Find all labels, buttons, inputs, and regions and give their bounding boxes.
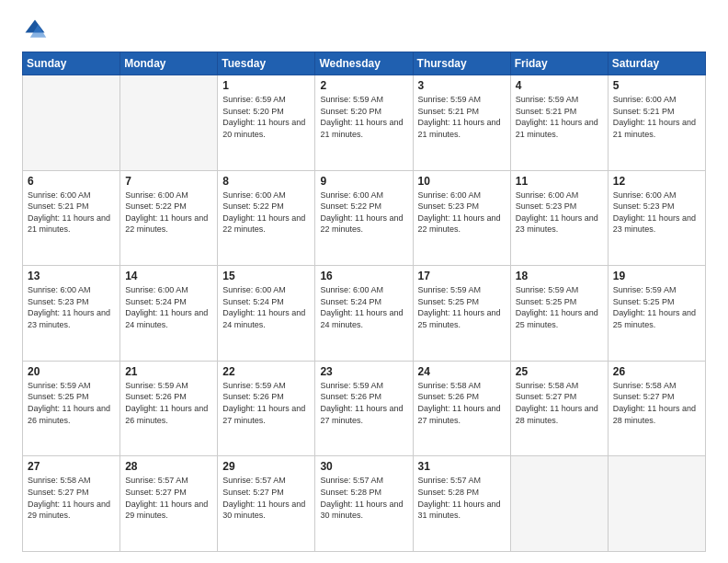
day-info: Sunrise: 5:59 AMSunset: 5:26 PMDaylight:…: [222, 380, 310, 426]
logo: [22, 17, 51, 42]
day-info: Sunrise: 5:57 AMSunset: 5:28 PMDaylight:…: [320, 475, 407, 521]
calendar-cell: 19Sunrise: 5:59 AMSunset: 5:25 PMDayligh…: [608, 266, 705, 362]
calendar-cell: 18Sunrise: 5:59 AMSunset: 5:25 PMDayligh…: [510, 266, 608, 362]
day-number: 4: [516, 79, 603, 92]
calendar-cell: 21Sunrise: 5:59 AMSunset: 5:26 PMDayligh…: [120, 361, 218, 456]
day-number: 5: [613, 79, 700, 92]
weekday-header-row: SundayMondayTuesdayWednesdayThursdayFrid…: [23, 52, 706, 75]
day-number: 10: [418, 175, 506, 188]
day-info: Sunrise: 5:59 AMSunset: 5:21 PMDaylight:…: [418, 94, 506, 140]
week-row-4: 20Sunrise: 5:59 AMSunset: 5:25 PMDayligh…: [23, 361, 706, 456]
day-number: 1: [222, 79, 310, 92]
weekday-header-wednesday: Wednesday: [315, 52, 413, 75]
calendar-cell: 10Sunrise: 6:00 AMSunset: 5:23 PMDayligh…: [413, 170, 510, 266]
weekday-header-monday: Monday: [120, 52, 218, 75]
week-row-2: 6Sunrise: 6:00 AMSunset: 5:21 PMDaylight…: [23, 170, 706, 266]
calendar-cell: 1Sunrise: 6:59 AMSunset: 5:20 PMDaylight…: [218, 75, 315, 171]
day-info: Sunrise: 5:59 AMSunset: 5:26 PMDaylight:…: [320, 380, 407, 426]
weekday-header-tuesday: Tuesday: [218, 52, 315, 75]
day-info: Sunrise: 6:00 AMSunset: 5:23 PMDaylight:…: [418, 190, 506, 236]
day-info: Sunrise: 6:00 AMSunset: 5:21 PMDaylight:…: [613, 94, 700, 140]
calendar-cell: 3Sunrise: 5:59 AMSunset: 5:21 PMDaylight…: [413, 75, 510, 171]
day-number: 26: [613, 365, 700, 378]
day-info: Sunrise: 5:58 AMSunset: 5:26 PMDaylight:…: [418, 380, 506, 426]
calendar-cell: 15Sunrise: 6:00 AMSunset: 5:24 PMDayligh…: [218, 266, 315, 362]
day-info: Sunrise: 5:57 AMSunset: 5:27 PMDaylight:…: [222, 475, 310, 521]
calendar-cell: 20Sunrise: 5:59 AMSunset: 5:25 PMDayligh…: [23, 361, 120, 456]
day-number: 3: [418, 79, 506, 92]
day-info: Sunrise: 5:58 AMSunset: 5:27 PMDaylight:…: [516, 380, 603, 426]
day-info: Sunrise: 5:59 AMSunset: 5:25 PMDaylight:…: [613, 284, 700, 330]
calendar-cell: [23, 75, 120, 171]
day-number: 31: [418, 460, 506, 473]
day-number: 14: [125, 270, 212, 282]
calendar-cell: 12Sunrise: 6:00 AMSunset: 5:23 PMDayligh…: [608, 170, 705, 266]
calendar-cell: 5Sunrise: 6:00 AMSunset: 5:21 PMDaylight…: [608, 75, 705, 171]
day-info: Sunrise: 6:00 AMSunset: 5:23 PMDaylight:…: [28, 284, 115, 330]
day-number: 27: [28, 460, 115, 473]
day-number: 7: [125, 175, 212, 188]
calendar-cell: 23Sunrise: 5:59 AMSunset: 5:26 PMDayligh…: [315, 361, 413, 456]
day-number: 11: [516, 175, 603, 188]
calendar-cell: 16Sunrise: 6:00 AMSunset: 5:24 PMDayligh…: [315, 266, 413, 362]
day-info: Sunrise: 5:58 AMSunset: 5:27 PMDaylight:…: [28, 475, 115, 521]
weekday-header-thursday: Thursday: [413, 52, 510, 75]
calendar-cell: [608, 456, 705, 552]
calendar-cell: 26Sunrise: 5:58 AMSunset: 5:27 PMDayligh…: [608, 361, 705, 456]
day-info: Sunrise: 6:00 AMSunset: 5:24 PMDaylight:…: [320, 284, 407, 330]
calendar-cell: 29Sunrise: 5:57 AMSunset: 5:27 PMDayligh…: [218, 456, 315, 552]
calendar-cell: 27Sunrise: 5:58 AMSunset: 5:27 PMDayligh…: [23, 456, 120, 552]
calendar-cell: 31Sunrise: 5:57 AMSunset: 5:28 PMDayligh…: [413, 456, 510, 552]
weekday-header-friday: Friday: [510, 52, 608, 75]
day-info: Sunrise: 6:00 AMSunset: 5:24 PMDaylight:…: [222, 284, 310, 330]
calendar-cell: 11Sunrise: 6:00 AMSunset: 5:23 PMDayligh…: [510, 170, 608, 266]
calendar-cell: 4Sunrise: 5:59 AMSunset: 5:21 PMDaylight…: [510, 75, 608, 171]
day-number: 8: [222, 175, 310, 188]
calendar-cell: 25Sunrise: 5:58 AMSunset: 5:27 PMDayligh…: [510, 361, 608, 456]
day-info: Sunrise: 5:58 AMSunset: 5:27 PMDaylight:…: [613, 380, 700, 426]
page: SundayMondayTuesdayWednesdayThursdayFrid…: [0, 0, 728, 563]
day-number: 25: [516, 365, 603, 378]
day-info: Sunrise: 5:59 AMSunset: 5:20 PMDaylight:…: [320, 94, 407, 140]
calendar-cell: 30Sunrise: 5:57 AMSunset: 5:28 PMDayligh…: [315, 456, 413, 552]
calendar-cell: 22Sunrise: 5:59 AMSunset: 5:26 PMDayligh…: [218, 361, 315, 456]
calendar-cell: 13Sunrise: 6:00 AMSunset: 5:23 PMDayligh…: [23, 266, 120, 362]
day-info: Sunrise: 6:00 AMSunset: 5:21 PMDaylight:…: [28, 190, 115, 236]
day-info: Sunrise: 6:00 AMSunset: 5:23 PMDaylight:…: [516, 190, 603, 236]
day-info: Sunrise: 5:59 AMSunset: 5:26 PMDaylight:…: [125, 380, 212, 426]
day-number: 29: [222, 460, 310, 473]
day-number: 16: [320, 270, 407, 282]
day-info: Sunrise: 6:00 AMSunset: 5:24 PMDaylight:…: [125, 284, 212, 330]
day-number: 12: [613, 175, 700, 188]
day-number: 30: [320, 460, 407, 473]
calendar-cell: 6Sunrise: 6:00 AMSunset: 5:21 PMDaylight…: [23, 170, 120, 266]
day-info: Sunrise: 6:59 AMSunset: 5:20 PMDaylight:…: [222, 94, 310, 140]
day-info: Sunrise: 6:00 AMSunset: 5:22 PMDaylight:…: [320, 190, 407, 236]
day-number: 6: [28, 175, 115, 188]
day-number: 2: [320, 79, 407, 92]
day-number: 20: [28, 365, 115, 378]
calendar-cell: 8Sunrise: 6:00 AMSunset: 5:22 PMDaylight…: [218, 170, 315, 266]
day-number: 24: [418, 365, 506, 378]
day-info: Sunrise: 6:00 AMSunset: 5:22 PMDaylight:…: [125, 190, 212, 236]
calendar-cell: 7Sunrise: 6:00 AMSunset: 5:22 PMDaylight…: [120, 170, 218, 266]
day-info: Sunrise: 6:00 AMSunset: 5:23 PMDaylight:…: [613, 190, 700, 236]
day-number: 18: [516, 270, 603, 282]
day-number: 22: [222, 365, 310, 378]
day-info: Sunrise: 5:59 AMSunset: 5:25 PMDaylight:…: [28, 380, 115, 426]
day-info: Sunrise: 5:59 AMSunset: 5:21 PMDaylight:…: [516, 94, 603, 140]
day-number: 21: [125, 365, 212, 378]
day-info: Sunrise: 5:57 AMSunset: 5:27 PMDaylight:…: [125, 475, 212, 521]
calendar-cell: 2Sunrise: 5:59 AMSunset: 5:20 PMDaylight…: [315, 75, 413, 171]
logo-icon: [22, 17, 48, 42]
calendar-cell: 14Sunrise: 6:00 AMSunset: 5:24 PMDayligh…: [120, 266, 218, 362]
header: [22, 17, 706, 42]
calendar-cell: 17Sunrise: 5:59 AMSunset: 5:25 PMDayligh…: [413, 266, 510, 362]
weekday-header-sunday: Sunday: [23, 52, 120, 75]
week-row-1: 1Sunrise: 6:59 AMSunset: 5:20 PMDaylight…: [23, 75, 706, 171]
day-number: 23: [320, 365, 407, 378]
day-number: 13: [28, 270, 115, 282]
calendar-cell: 24Sunrise: 5:58 AMSunset: 5:26 PMDayligh…: [413, 361, 510, 456]
day-number: 15: [222, 270, 310, 282]
calendar-cell: 28Sunrise: 5:57 AMSunset: 5:27 PMDayligh…: [120, 456, 218, 552]
